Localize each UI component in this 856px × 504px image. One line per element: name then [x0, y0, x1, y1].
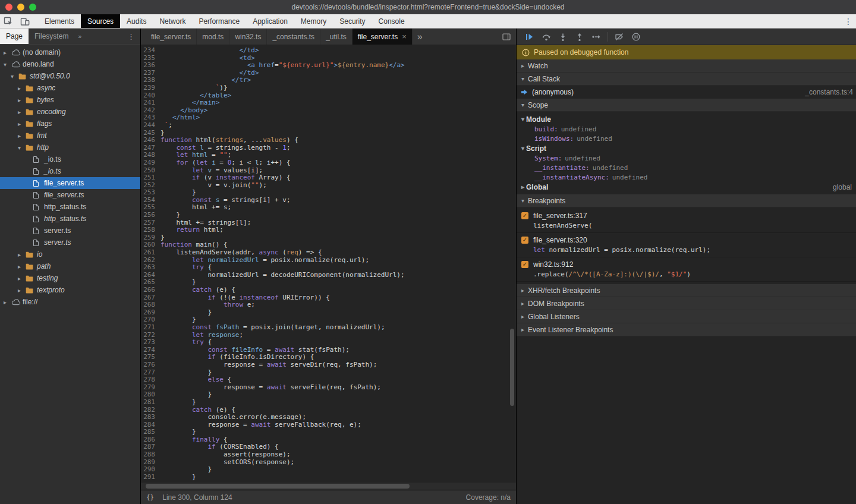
line-number[interactable]: 249 [141, 159, 155, 167]
scope-group-module[interactable]: ▾Module [517, 114, 856, 124]
line-number[interactable]: 261 [141, 249, 155, 257]
breakpoint-checkbox[interactable]: ✓ [521, 261, 528, 268]
section-xhr-fetch-breakpoints[interactable]: ▸XHR/fetch Breakpoints [517, 284, 856, 297]
breakpoint-snippet[interactable]: listenAndServe( [533, 221, 851, 230]
tree-item-_io.ts[interactable]: _io.ts [0, 153, 140, 165]
line-number[interactable]: 234 [141, 47, 155, 55]
toolbar-tab-sources[interactable]: Sources [81, 14, 120, 28]
tree-item-server.ts[interactable]: server.ts [0, 225, 140, 237]
tree-item-file_server.ts[interactable]: file_server.ts [0, 177, 140, 189]
tree-item-file_server.ts[interactable]: file_server.ts [0, 189, 140, 201]
line-number[interactable]: 241 [141, 99, 155, 107]
section-scope[interactable]: ▾ Scope [517, 99, 856, 112]
toolbar-menu-icon[interactable]: ⋮ [841, 14, 856, 28]
breakpoint-snippet[interactable]: let normalizedUrl = posix.normalize(req.… [533, 245, 851, 254]
line-number[interactable]: 263 [141, 264, 155, 272]
call-stack-frame[interactable]: (anonymous)_constants.ts:4 [517, 86, 856, 99]
line-number[interactable]: 251 [141, 174, 155, 182]
line-number[interactable]: 239 [141, 84, 155, 92]
tree-item-http[interactable]: ▾http [0, 141, 140, 153]
line-number[interactable]: 258 [141, 226, 155, 234]
toolbar-tab-security[interactable]: Security [333, 14, 372, 28]
tree-item-path[interactable]: ▸path [0, 260, 140, 272]
line-number[interactable]: 256 [141, 212, 155, 219]
step-into-icon[interactable] [555, 29, 571, 45]
tree-item-flags[interactable]: ▸flags [0, 118, 140, 130]
close-tab-icon[interactable]: × [402, 32, 407, 41]
pretty-print-icon[interactable]: {} [146, 493, 154, 501]
toolbar-tab-elements[interactable]: Elements [38, 14, 81, 28]
tab-page[interactable]: Page [0, 29, 29, 44]
tree-item-fmt[interactable]: ▸fmt [0, 130, 140, 141]
breakpoint-checkbox[interactable]: ✓ [521, 237, 528, 244]
line-number[interactable]: 281 [141, 399, 155, 407]
editor-tab-_constants.ts[interactable]: _constants.ts [267, 29, 320, 45]
section-global-listeners[interactable]: ▸Global Listeners [517, 310, 856, 323]
line-number[interactable]: 266 [141, 286, 155, 294]
tree-item-http_status.ts[interactable]: http_status.ts [0, 201, 140, 213]
line-number[interactable]: 290 [141, 466, 155, 474]
breakpoint-checkbox[interactable]: ✓ [521, 212, 528, 219]
step-out-icon[interactable] [571, 29, 588, 45]
line-number[interactable]: 236 [141, 62, 155, 70]
minimize-window-button[interactable] [17, 4, 24, 11]
tree-item-http_status.ts[interactable]: http_status.ts [0, 213, 140, 225]
step-over-icon[interactable] [538, 29, 555, 45]
line-number[interactable]: 276 [141, 361, 155, 369]
toolbar-tab-application[interactable]: Application [246, 14, 294, 28]
line-number[interactable]: 291 [141, 474, 155, 481]
close-window-button[interactable] [5, 4, 12, 11]
tree-item-encoding[interactable]: ▸encoding [0, 106, 140, 118]
editor-tab-_util.ts[interactable]: _util.ts [320, 29, 353, 45]
scope-group-global[interactable]: ▸Globalglobal [517, 182, 856, 192]
deactivate-breakpoints-icon[interactable] [611, 29, 628, 45]
horizontal-scroll-thumb[interactable] [146, 484, 410, 489]
scope-group-script[interactable]: ▾Script [517, 143, 856, 153]
tree-item-testing[interactable]: ▸testing [0, 272, 140, 284]
tree-item-std@v0.50.0[interactable]: ▾std@v0.50.0 [0, 70, 140, 82]
toolbar-tab-memory[interactable]: Memory [294, 14, 333, 28]
line-number[interactable]: 246 [141, 137, 155, 144]
editor-tabs-overflow-icon[interactable]: » [413, 29, 427, 45]
editor-tab-win32.ts[interactable]: win32.ts [229, 29, 267, 45]
line-number[interactable]: 273 [141, 339, 155, 346]
step-icon[interactable] [588, 29, 605, 45]
tree-item-bytes[interactable]: ▸bytes [0, 94, 140, 106]
line-number[interactable]: 268 [141, 301, 155, 309]
section-event-listener-breakpoints[interactable]: ▸Event Listener Breakpoints [517, 323, 856, 336]
toolbar-tab-network[interactable]: Network [153, 14, 192, 28]
line-number[interactable]: 278 [141, 376, 155, 384]
tree-item-file[interactable]: ▸file:// [0, 296, 140, 308]
vertical-scroll-thumb[interactable] [510, 329, 514, 406]
resume-button[interactable] [521, 29, 538, 45]
section-watch[interactable]: ▸ Watch [517, 59, 856, 73]
tree-item-textproto[interactable]: ▸textproto [0, 284, 140, 296]
navigator-menu-icon[interactable]: ⋮ [122, 29, 140, 44]
section-call-stack[interactable]: ▾ Call Stack [517, 73, 856, 86]
tree-item-async[interactable]: ▸async [0, 82, 140, 94]
line-number[interactable]: 283 [141, 414, 155, 421]
tree-item-_io.ts[interactable]: _io.ts [0, 165, 140, 177]
section-breakpoints[interactable]: ▾ Breakpoints [517, 194, 856, 207]
device-toolbar-icon[interactable] [17, 14, 33, 28]
section-dom-breakpoints[interactable]: ▸DOM Breakpoints [517, 297, 856, 310]
line-number[interactable]: 253 [141, 189, 155, 197]
editor-vertical-scrollbar[interactable] [509, 45, 515, 483]
tree-item-io[interactable]: ▸io [0, 248, 140, 260]
editor-tab-file_server.ts[interactable]: file_server.ts× [353, 29, 413, 45]
tree-item-server.ts[interactable]: server.ts [0, 237, 140, 248]
toolbar-tab-performance[interactable]: Performance [192, 14, 246, 28]
editor-tab-mod.ts[interactable]: mod.ts [197, 29, 229, 45]
pause-on-exceptions-icon[interactable] [628, 29, 644, 45]
tree-item-nodomain[interactable]: ▸(no domain) [0, 46, 140, 58]
code-editor[interactable]: 234 </td>235 <td>236 <a href="${entry.ur… [141, 45, 516, 483]
zoom-window-button[interactable] [29, 4, 36, 11]
tab-filesystem[interactable]: Filesystem [29, 29, 74, 44]
editor-horizontal-scrollbar[interactable] [141, 483, 516, 490]
navigator-tabs-overflow-icon[interactable]: » [74, 29, 82, 44]
editor-tab-file_server.ts[interactable]: file_server.ts [146, 29, 197, 45]
line-number[interactable]: 244 [141, 122, 155, 130]
breakpoint-snippet[interactable]: .replace(/^\/*([A-Za-z]:)(\/|$)/, "$1/") [533, 270, 851, 279]
inspect-icon[interactable] [0, 14, 17, 28]
toolbar-tab-audits[interactable]: Audits [120, 14, 153, 28]
